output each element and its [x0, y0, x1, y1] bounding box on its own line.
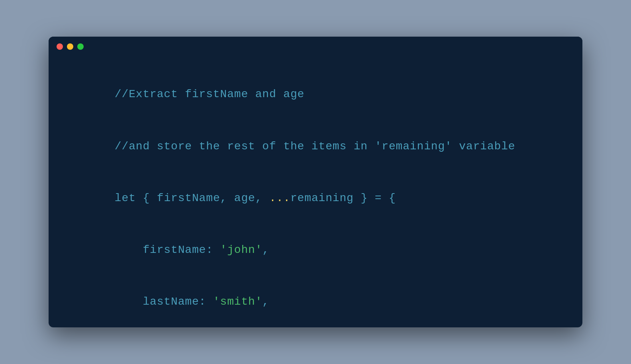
code-line-3: let { firstName, age, ...remaining } = {	[73, 172, 558, 224]
minimize-button[interactable]	[67, 43, 73, 50]
comment-2: //and store the rest of the items in 're…	[115, 140, 515, 153]
code-line-2: //and store the rest of the items in 're…	[73, 120, 558, 172]
code-line-5: lastName: 'smith',	[73, 276, 558, 327]
lastname-value: 'smith'	[213, 296, 263, 308]
code-area: //Extract firstName and age //and store …	[49, 57, 582, 327]
remaining-var: remaining	[290, 192, 354, 204]
titlebar	[49, 37, 582, 57]
firstname-value: 'john'	[220, 244, 263, 256]
code-window: //Extract firstName and age //and store …	[49, 37, 582, 327]
spread-operator: ...	[269, 192, 290, 204]
firstname-key: firstName,	[157, 192, 227, 204]
code-line-4: firstName: 'john',	[73, 224, 558, 276]
let-keyword: let	[115, 192, 136, 204]
code-line-1: //Extract firstName and age	[73, 68, 558, 120]
comment-1: //Extract firstName and age	[115, 88, 304, 100]
close-button[interactable]	[57, 43, 63, 50]
maximize-button[interactable]	[77, 43, 84, 50]
